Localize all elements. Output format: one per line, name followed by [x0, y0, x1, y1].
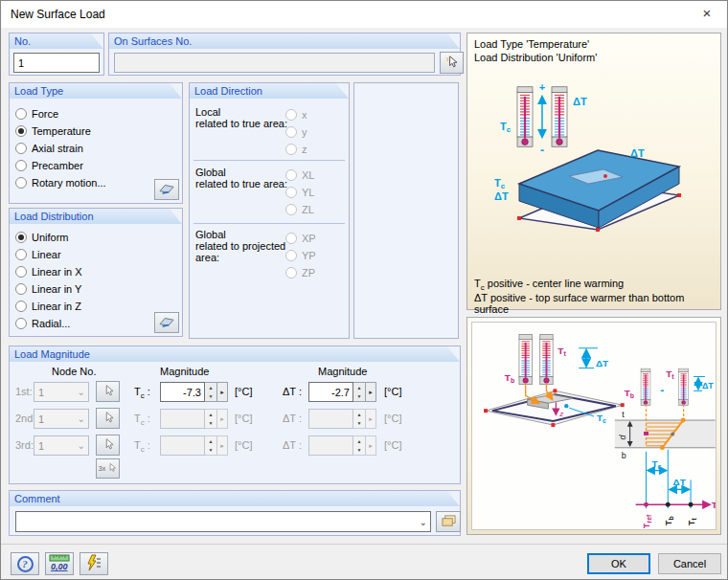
radio-distribution-linear[interactable]: Linear — [15, 247, 61, 261]
help-button[interactable]: ? — [11, 552, 39, 575]
units-ruler-icon: 0,00 — [49, 554, 70, 574]
tt-axis-label: Tt — [687, 518, 697, 525]
temperature-uniform-diagram: + - Tc ΔT ΔT Tc ΔT — [467, 33, 720, 309]
detail-arrow-button[interactable]: ▸ — [217, 382, 228, 402]
reference-tick — [644, 432, 648, 435]
empty-parameters-panel — [353, 82, 459, 339]
detail-arrow-button[interactable]: ▸ — [366, 382, 376, 402]
dt-unit-1: [°C] — [384, 386, 401, 397]
thermometer-icon — [517, 87, 533, 147]
tc-value-input[interactable]: -7.3 — [160, 382, 205, 402]
units-settings-button[interactable]: 0,00 — [45, 552, 74, 575]
pick-surfaces-button[interactable] — [440, 52, 464, 74]
dt-value-input — [308, 435, 353, 456]
spinner-buttons[interactable]: ▲▼ — [205, 382, 217, 402]
group-comment-header: Comment — [10, 491, 460, 506]
row-ordinal: 1st: — [15, 386, 33, 397]
dialog-title: New Surface Load — [11, 1, 105, 28]
pick-three-nodes-button: 3x — [96, 458, 120, 479]
radio-load-type-rotary-motion[interactable]: Rotary motion... — [15, 175, 106, 190]
radio-label: Linear in X — [32, 266, 82, 278]
dt-slab-label: ΔT — [630, 147, 645, 159]
pick-arrow-icon — [102, 384, 115, 399]
radio-load-type-temperature[interactable]: Temperature — [15, 123, 91, 138]
load-number-input[interactable]: 1 — [13, 53, 100, 73]
units-icon-text: 0,00 — [51, 562, 68, 571]
comment-combo[interactable]: ⌄ — [15, 511, 431, 532]
dt-unit-3: [°C] — [384, 439, 401, 451]
radio-distribution-linear-y[interactable]: Linear in Y — [15, 281, 81, 296]
spin-down-icon: ▼ — [205, 446, 216, 456]
radio-distribution-radial[interactable]: Radial... — [15, 316, 70, 330]
center-point — [564, 404, 568, 408]
pick-node-button-2 — [96, 408, 120, 429]
radio-load-type-axial-strain[interactable]: Axial strain — [15, 141, 83, 155]
edit-load-distribution-button[interactable] — [154, 312, 179, 333]
spinner-buttons: ▲▼ — [205, 435, 217, 456]
cancel-button[interactable]: Cancel — [658, 553, 721, 574]
quick-parameters-button[interactable] — [80, 552, 108, 575]
dt-unit-2: [°C] — [384, 413, 401, 424]
group-load-direction-header: Load Direction — [190, 83, 349, 99]
detail-arrow-button: ▸ — [217, 409, 228, 429]
ok-button[interactable]: OK — [587, 553, 650, 574]
tc-center-label: Tc — [597, 413, 606, 424]
tc-unit-1: [°C] — [235, 386, 252, 397]
group-load-direction: Load Direction Local related to true are… — [189, 82, 350, 339]
info-panel-top: Load Type 'Temperature' Load Distributio… — [466, 33, 721, 310]
tc-thermometer-label: Tc — [500, 121, 512, 134]
radio-label: Force — [32, 108, 58, 120]
plus-label: + — [539, 81, 545, 93]
radio-label: Uniform — [32, 232, 69, 243]
dt-label-1: ΔT : — [283, 386, 302, 397]
radio-distribution-linear-z[interactable]: Linear in Z — [15, 299, 81, 313]
dt-slab-label-2: ΔT — [494, 190, 509, 202]
pick-arrow-icon — [444, 55, 459, 71]
radio-circle — [15, 177, 27, 189]
edit-load-type-button[interactable] — [154, 179, 179, 200]
radio-load-type-force[interactable]: Force — [15, 106, 58, 121]
pick-node-button-1 — [96, 381, 120, 402]
surfaces-list-input[interactable] — [114, 53, 435, 73]
node-combo-1: 1⌄ — [34, 382, 89, 402]
thermometer-icon — [519, 334, 532, 384]
dt-dimension-label: ΔT — [596, 358, 608, 368]
radio-label: Precamber — [32, 160, 83, 171]
radio-direction-zl: ZL — [285, 202, 314, 216]
edit-surface-icon — [158, 182, 175, 197]
comment-library-button[interactable] — [436, 511, 461, 532]
spin-down-icon: ▼ — [205, 392, 216, 402]
tc-label-3: Tc : — [134, 439, 150, 454]
close-icon[interactable]: × — [687, 1, 727, 28]
dt-value-input[interactable]: -2.7 — [308, 382, 353, 402]
group-load-type-header: Load Type — [10, 83, 182, 99]
note-tc-positive: Tc positive - center line warming — [474, 278, 624, 292]
radio-distribution-linear-x[interactable]: Linear in X — [15, 264, 82, 279]
radio-direction-x: x — [285, 107, 307, 122]
radio-circle — [285, 126, 297, 138]
info-panel-bottom: Tb Tt ΔT z Tc — [466, 317, 721, 535]
thermometer-icon — [540, 334, 553, 384]
radio-load-type-precamber[interactable]: Precamber — [15, 158, 83, 172]
tt-axis-point — [689, 502, 694, 507]
dt-label-2: ΔT : — [283, 413, 302, 424]
node-no-header: Node No. — [52, 366, 96, 377]
row-ordinal: 3rd: — [15, 439, 34, 451]
radio-circle — [15, 318, 27, 329]
spin-up-icon: ▲ — [205, 436, 216, 446]
title-bar: New Surface Load × — [1, 1, 727, 28]
spinner-buttons: ▲▼ — [205, 409, 217, 429]
radio-circle — [285, 187, 297, 198]
chevron-down-icon: ⌄ — [78, 387, 88, 397]
tc-label-2: Tc : — [134, 413, 150, 427]
z-axis-label: z — [558, 410, 563, 418]
radio-label: Rotary motion... — [32, 177, 106, 189]
radio-label: ZL — [302, 204, 314, 215]
tb-axis-point — [666, 502, 671, 507]
radio-circle — [15, 143, 27, 154]
radio-distribution-uniform[interactable]: Uniform — [15, 230, 69, 244]
radio-label: YL — [302, 187, 314, 198]
spinner-buttons[interactable]: ▲▼ — [353, 382, 366, 402]
tt-point — [681, 418, 686, 423]
radio-label: Linear in Z — [32, 301, 81, 312]
